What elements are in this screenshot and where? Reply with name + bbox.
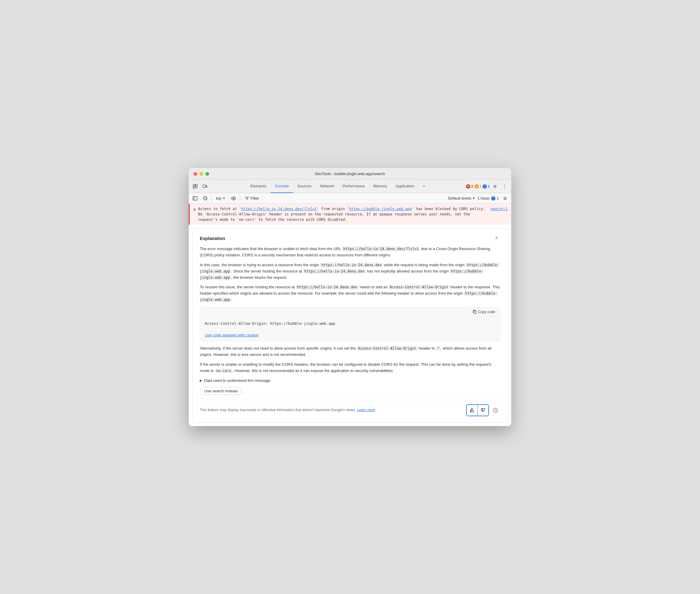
thumbs-down-icon <box>481 408 486 412</box>
maximize-button[interactable] <box>206 172 209 176</box>
feedback-buttons-group <box>466 404 500 416</box>
error-url1-link[interactable]: https://hello-io-24.deno.dev/?lvl=1 <box>241 207 317 211</box>
para2-code1: https://hello-io-24.deno.dev <box>320 263 383 267</box>
chevron-down-icon: ▼ <box>222 197 225 200</box>
thumbs-up-button[interactable] <box>467 405 478 416</box>
error-circle-icon: ⊗ <box>193 206 196 222</box>
svg-line-8 <box>204 197 206 199</box>
warning-badge: ▲ 1 <box>475 184 482 189</box>
chevron-down-icon-levels: ▼ <box>472 197 475 200</box>
console-toolbar: top ▼ Filter Default levels ▼ 1 Iss <box>189 193 511 204</box>
eye-icon[interactable] <box>230 195 237 202</box>
settings-icon[interactable]: ⚙ <box>491 182 499 191</box>
settings-gear-icon[interactable]: ⚙ <box>501 195 509 202</box>
code-block-toolbar: Copy code <box>200 307 500 317</box>
context-selector[interactable]: top ▼ <box>214 195 227 201</box>
error-message-text: Access to fetch at 'https://hello-io-24.… <box>198 206 488 222</box>
feedback-disclaimer: This feature may display inaccurate or o… <box>200 407 375 412</box>
error-message-line: ⊗ Access to fetch at 'https://hello-io-2… <box>189 204 511 225</box>
svg-rect-0 <box>193 184 195 186</box>
data-section: ▶ Data used to understand this message <box>200 378 500 383</box>
code-block: Copy code Access-Control-Allow-Origin: h… <box>200 307 500 341</box>
error-url2-link[interactable]: https://bubble-jingle.web.app <box>349 207 412 211</box>
thumbs-button-group <box>466 404 489 416</box>
default-levels-dropdown[interactable]: Default levels ▼ <box>448 196 475 200</box>
use-search-button[interactable]: Use search instead <box>200 387 242 395</box>
error-icon: ✕ <box>466 184 470 189</box>
minimize-button[interactable] <box>200 172 203 176</box>
issue-badge: ! 1 <box>483 184 490 189</box>
issue-icon-toolbar: ! <box>491 196 495 200</box>
tab-more[interactable]: » <box>419 180 429 193</box>
tab-network[interactable]: Network <box>316 180 338 193</box>
clear-console-icon[interactable] <box>201 195 209 202</box>
svg-rect-1 <box>196 184 198 186</box>
explanation-para4: Alternatively, if the server does not ne… <box>200 345 500 358</box>
tab-application[interactable]: Application <box>391 180 419 193</box>
learn-more-link[interactable]: Learn more <box>357 408 375 412</box>
issue-icon: ! <box>483 184 487 189</box>
inspect-icon[interactable] <box>191 182 200 191</box>
tab-icons-group <box>191 182 209 191</box>
data-toggle-button[interactable]: ▶ Data used to understand this message <box>200 378 500 383</box>
svg-point-10 <box>233 198 234 199</box>
svg-rect-4 <box>206 186 207 187</box>
issues-count-display: 1 Issue: ! 1 <box>478 196 499 200</box>
tab-memory[interactable]: Memory <box>369 180 391 193</box>
thumbs-down-button[interactable] <box>478 405 488 416</box>
para2-code3: https://hello-io-24.deno.dev <box>303 269 366 274</box>
explanation-para5: If the server is unable or unwilling to … <box>200 362 500 374</box>
triangle-right-icon: ▶ <box>200 379 202 382</box>
para5-code1: no-cors <box>215 368 233 373</box>
traffic-lights <box>194 172 209 176</box>
tab-sources[interactable]: Sources <box>293 180 316 193</box>
filter-button[interactable]: Filter <box>243 195 261 201</box>
svg-rect-5 <box>193 197 197 200</box>
warning-icon: ▲ <box>475 184 479 189</box>
explanation-panel: Explanation × The error message indicate… <box>192 228 508 422</box>
tabs-right-section: ✕ 2 ▲ 1 ! 1 ⚙ ⋮ <box>466 182 509 191</box>
console-content: ⊗ Access to fetch at 'https://hello-io-2… <box>189 204 511 426</box>
more-options-icon[interactable]: ⋮ <box>500 182 509 191</box>
explanation-title: Explanation <box>200 236 225 241</box>
code-snippet-text: Access-Control-Allow-Origin: https://bub… <box>200 317 500 331</box>
copy-icon <box>473 310 477 314</box>
para1-url-code: https://hello-io-24.deno.dev/?lvl=1 <box>342 246 420 251</box>
explanation-para1: The error message indicates that the bro… <box>200 246 500 259</box>
explanation-header: Explanation × <box>200 235 500 242</box>
toolbar-separator-1 <box>211 195 212 201</box>
device-toolbar-icon[interactable] <box>201 182 209 191</box>
copy-code-button[interactable]: Copy code <box>471 309 497 315</box>
explanation-para3: To resolve this issue, the server hostin… <box>200 284 500 303</box>
error-badge: ✕ 2 <box>466 184 473 189</box>
sidebar-toggle-icon[interactable] <box>191 195 199 202</box>
tab-console[interactable]: Console <box>271 180 293 193</box>
error-source-link[interactable]: search:1 <box>490 206 508 222</box>
para4-code1: Access-Control-Allow-Origin <box>357 346 418 351</box>
para4-code2: * <box>436 346 441 351</box>
caution-link[interactable]: Use code snippets with caution <box>200 330 500 341</box>
para3-code2: Access-Control-Allow-Origin <box>388 285 449 290</box>
thumbs-up-icon <box>470 408 475 412</box>
window-title: DevTools - bubble-jingle.web.app/search <box>315 171 385 176</box>
explanation-para2: In this case, the browser is trying to a… <box>200 262 500 280</box>
close-explanation-button[interactable]: × <box>493 235 500 242</box>
svg-rect-2 <box>193 187 195 189</box>
close-button[interactable] <box>194 172 197 176</box>
toolbar-right-group: Default levels ▼ 1 Issue: ! 1 ⚙ <box>448 195 509 202</box>
tab-performance[interactable]: Performance <box>338 180 369 193</box>
svg-rect-3 <box>203 185 206 187</box>
tab-elements[interactable]: Elements <box>246 180 271 193</box>
svg-rect-14 <box>474 311 476 314</box>
clock-icon <box>493 408 498 412</box>
para3-code1: https://hello-io-24.deno.dev <box>296 285 359 290</box>
titlebar: DevTools - bubble-jingle.web.app/search <box>189 168 511 180</box>
info-button[interactable] <box>491 405 500 415</box>
feedback-row: This feature may display inaccurate or o… <box>200 400 500 416</box>
devtools-window: DevTools - bubble-jingle.web.app/search <box>189 168 511 426</box>
devtools-tab-bar: Elements Console Sources Network Perform… <box>189 180 511 193</box>
